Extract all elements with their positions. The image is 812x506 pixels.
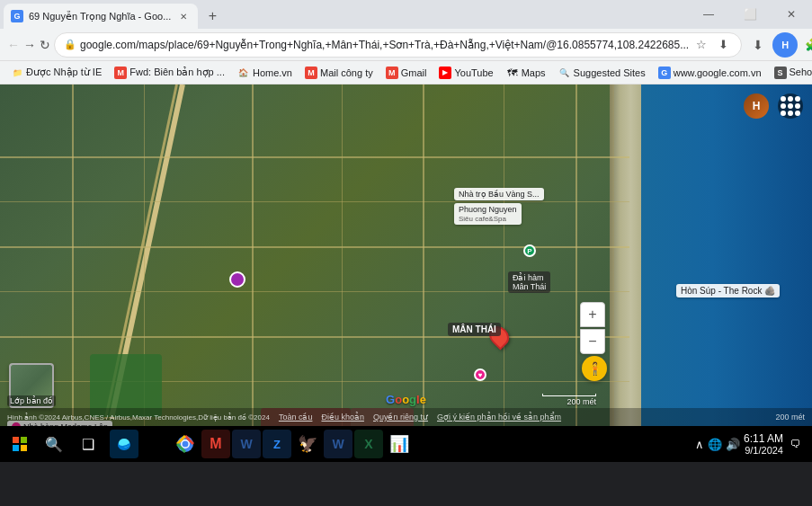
- back-button[interactable]: ←: [7, 32, 20, 58]
- address-text: google.com/maps/place/69+Nguyễn+Trong+Ng…: [80, 39, 689, 51]
- bookmark-youtube[interactable]: ▶ YouTube: [433, 65, 498, 81]
- bookmark-suggested-label: Suggested Sites: [574, 67, 646, 78]
- volume-icon[interactable]: 🔊: [726, 438, 740, 451]
- bookmark-homevn-icon: 🏠: [237, 67, 250, 79]
- bookmark-seho[interactable]: S Seho 1.6.0 - Tổng q...: [769, 65, 812, 81]
- chrome-app-icon[interactable]: [171, 430, 200, 458]
- bookmark-star-icon[interactable]: ☆: [692, 36, 710, 54]
- tab-close-button[interactable]: ✕: [176, 9, 191, 23]
- search-button[interactable]: 🔍: [38, 428, 70, 460]
- bookmark-google[interactable]: G www.google.com.vn: [653, 65, 767, 81]
- mail-app-icon[interactable]: M: [201, 430, 230, 458]
- map-scale-indicator: 200 mét: [542, 394, 596, 406]
- svg-rect-2: [13, 445, 19, 451]
- label-man-thai: MÂN THÁI: [448, 323, 501, 336]
- road-v3: [252, 84, 254, 426]
- bookmark-ie[interactable]: 📁 Được Nhập từ IE: [5, 65, 107, 81]
- google-apps-button[interactable]: [778, 93, 803, 119]
- minimize-button[interactable]: —: [688, 0, 729, 29]
- start-button[interactable]: [4, 428, 36, 460]
- edge-app-icon[interactable]: [110, 430, 138, 458]
- taskbar-apps: 🗂 M W Z 🦅 W: [110, 430, 414, 458]
- street-view-button[interactable]: 🧍: [582, 356, 607, 381]
- map-layer-label: Lớp bản đồ: [7, 395, 56, 406]
- downloads-button[interactable]: ⬇: [745, 32, 771, 58]
- bookmark-mail-label: Mail công ty: [320, 67, 373, 78]
- bookmark-gmail-icon: M: [386, 67, 398, 79]
- bookmark-ie-icon: 📁: [11, 67, 23, 79]
- active-tab[interactable]: G 69 Nguyễn Trọng Nghĩa - Goo... ✕: [4, 4, 198, 29]
- scale-bar: [542, 394, 596, 396]
- taskbar-right: ∧ 🌐 🔊 6:11 AM 9/1/2024 🗨: [695, 432, 808, 456]
- network-icon[interactable]: 🌐: [708, 438, 722, 451]
- zoom-app-icon[interactable]: Z: [263, 430, 291, 458]
- user-avatar[interactable]: H: [744, 93, 769, 119]
- window-controls: — ⬜ ✕: [688, 0, 812, 29]
- maximize-button[interactable]: ⬜: [729, 0, 771, 29]
- label-phuong-nguyen: Phuong Nguyen Siêu cafe&Spa: [454, 203, 522, 225]
- parking-marker[interactable]: P: [523, 244, 536, 257]
- word-app-icon[interactable]: W: [232, 430, 261, 458]
- label-dai-ham: Đải hàm Mân Thái: [508, 271, 550, 293]
- word2-app-icon[interactable]: W: [324, 430, 352, 458]
- bookmark-google-label: www.google.com.vn: [674, 67, 762, 78]
- new-tab-button[interactable]: +: [200, 4, 225, 29]
- taskbar: 🔍 ❑ 🗂 M: [0, 426, 812, 462]
- map-satellite: ♥ P Nhà trọ Bầu Vàng S... Phuong Nguyen …: [0, 84, 812, 426]
- clock-time: 6:11 AM: [744, 432, 783, 445]
- road-v1: [72, 84, 74, 426]
- dieu-khoan-link[interactable]: Điều khoản: [321, 413, 364, 422]
- bookmark-suggested[interactable]: 🔍 Suggested Sites: [553, 65, 651, 81]
- security-icon: 🔒: [64, 39, 76, 50]
- bookmark-mail-congty[interactable]: M Mail công ty: [299, 65, 379, 81]
- notification-button[interactable]: 🗨: [787, 435, 805, 453]
- reload-button[interactable]: ↻: [40, 32, 50, 58]
- toàn-cầu-link[interactable]: Toàn cầu: [279, 413, 313, 422]
- task-view-button[interactable]: ❑: [72, 428, 104, 460]
- extensions-button[interactable]: 🧩: [799, 32, 812, 58]
- avatar-image: H: [744, 93, 769, 119]
- address-bar[interactable]: 🔒 google.com/maps/place/69+Nguyễn+Trong+…: [54, 32, 742, 58]
- bookmark-youtube-label: YouTube: [454, 67, 493, 78]
- zoom-icon: Z: [273, 438, 281, 451]
- excel-x-icon: X: [364, 437, 372, 451]
- bookmark-fwd[interactable]: M Fwd: Biên bản hợp ...: [109, 65, 230, 81]
- tray-arrow-icon[interactable]: ∧: [695, 438, 704, 451]
- favorite-marker[interactable]: ♥: [474, 368, 486, 381]
- zoom-in-button[interactable]: +: [580, 302, 605, 327]
- road-v7: [576, 84, 577, 426]
- quyen-rieng-tu-link[interactable]: Quyền riêng tư: [373, 413, 428, 422]
- close-button[interactable]: ✕: [771, 0, 812, 29]
- bookmark-homevn[interactable]: 🏠 Home.vn: [232, 65, 298, 81]
- clock-area[interactable]: 6:11 AM 9/1/2024: [744, 432, 783, 456]
- map-area[interactable]: ♥ P Nhà trọ Bầu Vàng S... Phuong Nguyen …: [0, 84, 812, 426]
- tab-bar: G 69 Nguyễn Trọng Nghĩa - Goo... ✕ +: [0, 0, 225, 29]
- bookmark-ie-label: Được Nhập từ IE: [26, 67, 102, 78]
- word-w-icon: W: [240, 437, 252, 451]
- bookmark-gmail[interactable]: M Gmail: [380, 65, 433, 81]
- zoom-out-button[interactable]: −: [580, 329, 605, 354]
- teams-app-icon[interactable]: 📊: [385, 430, 414, 458]
- poi-purple1[interactable]: [229, 271, 245, 288]
- apps-grid-icon: [781, 96, 800, 116]
- forward-button[interactable]: →: [23, 32, 36, 58]
- city-blocks: [0, 84, 611, 426]
- svg-rect-3: [21, 445, 27, 451]
- map-copyright-bar: Hình ảnh ©2024 Airbus,CNES / Airbus,Maxa…: [0, 408, 812, 426]
- bookmark-maps[interactable]: 🗺 Maps: [501, 65, 551, 81]
- gop-y-link[interactable]: Gợi ý kiến phản hồi về sản phẩm: [437, 413, 561, 422]
- thunderbird-app-icon[interactable]: 🦅: [293, 430, 322, 458]
- download-icon[interactable]: ⬇: [714, 36, 732, 54]
- scale-text: 200 mét: [775, 413, 805, 422]
- sys-tray: ∧ 🌐 🔊: [695, 438, 740, 451]
- svg-rect-1: [21, 437, 27, 443]
- road-v6: [504, 84, 504, 426]
- file-explorer-icon[interactable]: 🗂: [140, 430, 169, 458]
- tab-title: 69 Nguyễn Trọng Nghĩa - Goo...: [29, 11, 171, 22]
- svg-point-8: [183, 441, 189, 448]
- road-h5: [0, 336, 629, 338]
- map-zoom-controls: + −: [580, 302, 605, 354]
- bookmark-mail-icon: M: [305, 67, 317, 79]
- excel-app-icon[interactable]: X: [354, 430, 383, 458]
- profile-button[interactable]: H: [772, 32, 798, 58]
